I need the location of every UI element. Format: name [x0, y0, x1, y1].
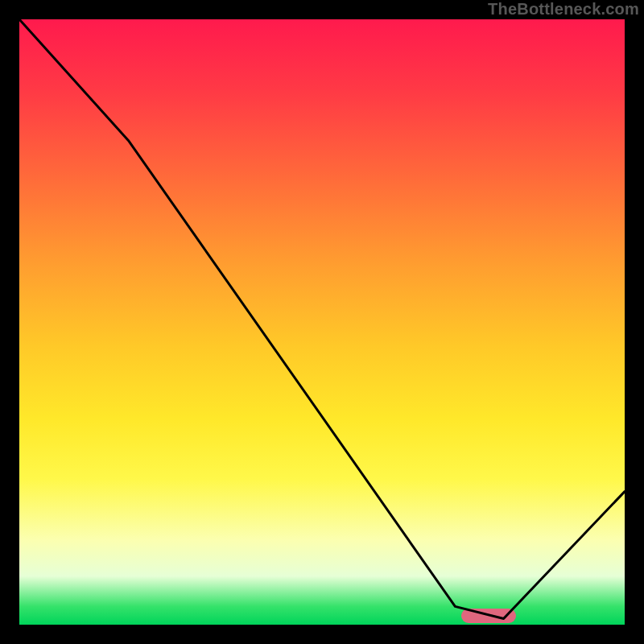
- chart-frame: TheBottleneck.com: [0, 0, 644, 644]
- bottleneck-curve: [19, 19, 625, 625]
- plot-area: [19, 19, 625, 625]
- watermark-text: TheBottleneck.com: [488, 0, 639, 19]
